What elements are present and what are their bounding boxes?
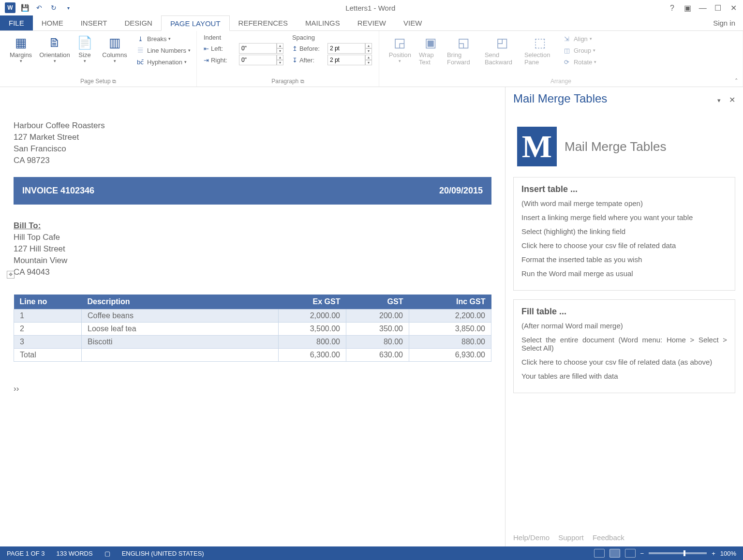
- th-description: Description: [82, 295, 279, 309]
- spin-up-icon[interactable]: ▴: [365, 55, 372, 60]
- status-page[interactable]: PAGE 1 OF 3: [7, 550, 45, 557]
- save-icon[interactable]: 💾: [19, 2, 30, 13]
- status-bar: PAGE 1 OF 3 133 WORDS ▢ ENGLISH (UNITED …: [0, 546, 743, 560]
- size-button[interactable]: 📄Size▾: [72, 33, 98, 64]
- sender-line: CA 98723: [14, 156, 491, 165]
- selection-pane-button[interactable]: ⬚Selection Pane: [522, 33, 558, 67]
- spin-down-icon[interactable]: ▾: [277, 60, 283, 65]
- group-button[interactable]: ◫Group ▾: [560, 44, 598, 56]
- position-button[interactable]: ◲Position▾: [383, 33, 417, 64]
- addin-logo-icon: M: [517, 127, 557, 166]
- space-after-input[interactable]: [327, 55, 365, 65]
- paragraph-launcher-icon[interactable]: ⧉: [300, 78, 304, 84]
- send-backward-button[interactable]: ◰Send Backward: [483, 33, 522, 67]
- tab-design[interactable]: DESIGN: [116, 15, 161, 30]
- task-pane-options-icon[interactable]: ▾: [717, 97, 721, 104]
- table-row: 2Loose leaf tea3,500.00350.003,850.00: [14, 323, 491, 336]
- invoice-date: 20/09/2015: [439, 186, 483, 196]
- tab-file[interactable]: FILE: [0, 15, 33, 30]
- status-proofing-icon[interactable]: ▢: [104, 550, 110, 557]
- indent-left-label: Left:: [211, 45, 239, 52]
- sender-line: Harbour Coffee Roasters: [14, 121, 491, 131]
- orientation-button[interactable]: 🗎Orientation▾: [38, 33, 72, 64]
- tab-page-layout[interactable]: PAGE LAYOUT: [161, 15, 230, 31]
- columns-button[interactable]: ▥Columns▾: [98, 33, 132, 64]
- th-gst: GST: [346, 295, 409, 309]
- zoom-level[interactable]: 100%: [720, 550, 736, 557]
- bill-to-line: Hill Top Cafe: [14, 233, 491, 242]
- redo-icon[interactable]: ↻: [48, 2, 59, 13]
- ribbon: ▦Margins▾ 🗎Orientation▾ 📄Size▾ ▥Columns▾…: [0, 31, 743, 87]
- qat-dropdown-icon[interactable]: ▾: [63, 2, 74, 13]
- spin-down-icon[interactable]: ▾: [277, 48, 283, 54]
- invoice-header-bar: INVOICE 4102346 20/09/2015: [14, 177, 491, 205]
- wrap-text-button[interactable]: ▣Wrap Text: [417, 33, 445, 67]
- align-button[interactable]: ⇲Align ▾: [560, 33, 598, 44]
- task-pane: Mail Merge Tables ▾ ✕ M Mail Merge Table…: [505, 87, 743, 546]
- indent-right-icon: ⇥: [204, 57, 209, 64]
- line-numbers-button[interactable]: 𝄚Line Numbers ▾: [134, 44, 193, 56]
- margins-button[interactable]: ▦Margins▾: [4, 33, 38, 64]
- instruction-line: Format the inserted table as you wish: [521, 255, 727, 264]
- align-icon: ⇲: [562, 35, 572, 43]
- group-arrange: ◲Position▾ ▣Wrap Text ◱Bring Forward ◰Se…: [379, 31, 743, 87]
- indent-right-input[interactable]: [239, 55, 277, 65]
- footer-help-link[interactable]: Help/Demo: [513, 533, 550, 542]
- help-icon[interactable]: ?: [666, 4, 679, 13]
- bill-to-line: 127 Hill Street: [14, 244, 491, 254]
- spin-up-icon[interactable]: ▴: [277, 43, 283, 48]
- arrange-label: Arrange: [383, 78, 739, 85]
- instruction-line: Insert a linking merge field where you w…: [521, 213, 727, 221]
- collapse-ribbon-icon[interactable]: ˄: [735, 77, 738, 85]
- sign-in-link[interactable]: Sign in: [705, 15, 743, 30]
- hyphenation-button[interactable]: bc̄Hyphenation ▾: [134, 56, 193, 68]
- breaks-button[interactable]: ⤓Breaks ▾: [134, 33, 193, 44]
- instruction-link[interactable]: Click here to choose your csv file of re…: [521, 358, 727, 366]
- object-move-handle-icon[interactable]: ✥: [7, 271, 15, 279]
- group-paragraph: Indent ⇤Left:▴▾ ⇥Right:▴▾ Spacing ↥Befor…: [197, 31, 379, 87]
- tab-insert[interactable]: INSERT: [72, 15, 116, 30]
- zoom-slider[interactable]: [649, 552, 707, 554]
- status-language[interactable]: ENGLISH (UNITED STATES): [122, 550, 204, 557]
- zoom-out-icon[interactable]: −: [640, 550, 644, 557]
- tab-home[interactable]: HOME: [33, 15, 72, 30]
- bring-forward-button[interactable]: ◱Bring Forward: [445, 33, 483, 67]
- spin-down-icon[interactable]: ▾: [365, 60, 372, 65]
- tab-mailings[interactable]: MAILINGS: [297, 15, 349, 30]
- hyphenation-icon: bc̄: [135, 59, 145, 66]
- page-setup-launcher-icon[interactable]: ⧉: [112, 78, 116, 84]
- web-layout-icon[interactable]: [625, 549, 636, 558]
- space-before-input[interactable]: [327, 43, 365, 54]
- tab-view[interactable]: VIEW: [395, 15, 431, 30]
- cursor-mark: ››: [14, 384, 491, 394]
- table-row-total: Total6,300.00630.006,930.00: [14, 349, 491, 362]
- spin-up-icon[interactable]: ▴: [277, 55, 283, 60]
- read-mode-icon[interactable]: [594, 549, 605, 558]
- instruction-link[interactable]: Click here to choose your csv file of re…: [521, 241, 727, 250]
- print-layout-icon[interactable]: [609, 549, 620, 558]
- ribbon-display-icon[interactable]: ▣: [681, 3, 694, 13]
- spin-up-icon[interactable]: ▴: [365, 43, 372, 48]
- rotate-icon: ⟳: [562, 59, 572, 66]
- document-area[interactable]: Harbour Coffee Roasters 127 Market Stree…: [0, 87, 505, 546]
- indent-heading: Indent: [204, 34, 283, 41]
- send-backward-icon: ◰: [494, 34, 511, 51]
- tab-references[interactable]: REFERENCES: [230, 15, 297, 30]
- status-words[interactable]: 133 WORDS: [57, 550, 93, 557]
- footer-feedback-link[interactable]: Feedback: [593, 533, 624, 542]
- spin-down-icon[interactable]: ▾: [365, 48, 372, 54]
- rotate-button[interactable]: ⟳Rotate ▾: [560, 56, 598, 68]
- size-icon: 📄: [76, 34, 93, 51]
- minimize-icon[interactable]: —: [696, 4, 710, 13]
- undo-icon[interactable]: ↶: [34, 2, 45, 13]
- instruction-line: Your tables are filled with data: [521, 372, 727, 380]
- close-icon[interactable]: ✕: [727, 3, 740, 13]
- instruction-line: Run the Word mail merge as usual: [521, 269, 727, 278]
- zoom-in-icon[interactable]: +: [712, 550, 715, 557]
- indent-left-input[interactable]: [239, 43, 277, 54]
- bill-to-block: Bill To: Hill Top Cafe 127 Hill Street M…: [14, 221, 491, 277]
- task-pane-close-icon[interactable]: ✕: [729, 96, 735, 104]
- maximize-icon[interactable]: ☐: [711, 3, 725, 13]
- footer-support-link[interactable]: Support: [558, 533, 584, 542]
- tab-review[interactable]: REVIEW: [349, 15, 395, 30]
